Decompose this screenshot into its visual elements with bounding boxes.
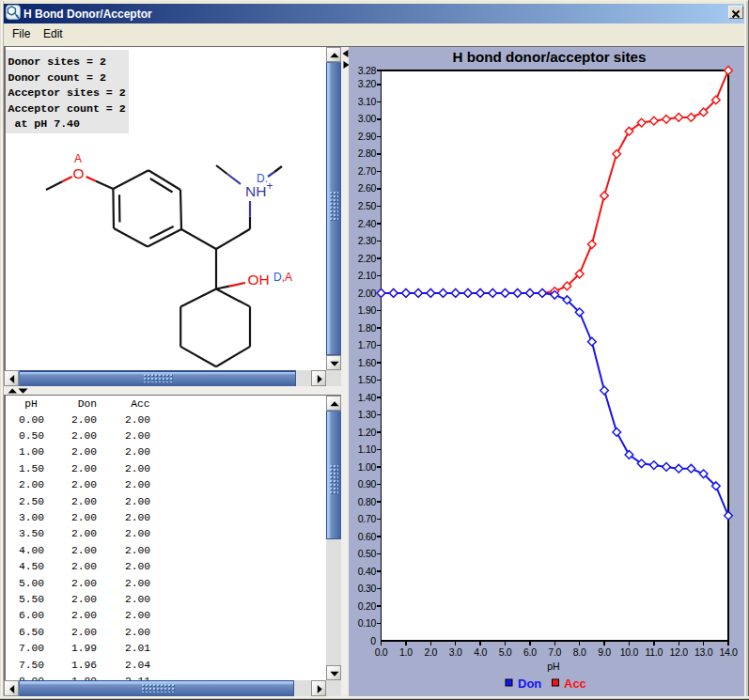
svg-text:3.28: 3.28 [358,65,377,76]
svg-text:pH: pH [547,661,559,672]
svg-text:3.0: 3.0 [449,646,462,658]
svg-text:NH: NH [245,183,266,199]
svg-text:2.30: 2.30 [358,235,377,246]
svg-text:1.00: 1.00 [358,461,377,473]
svg-text:2.00: 2.00 [358,288,377,299]
svg-text:1.10: 1.10 [358,443,377,455]
svg-text:2.0: 2.0 [424,646,437,658]
svg-text:2.70: 2.70 [358,165,377,177]
svg-text:1.50: 1.50 [358,374,377,385]
svg-text:D,A: D,A [273,271,292,284]
svg-text:H bond donor/acceptor sites: H bond donor/acceptor sites [453,49,647,65]
svg-text:13.0: 13.0 [694,646,713,658]
svg-text:3.10: 3.10 [358,96,377,107]
svg-text:1.0: 1.0 [399,646,413,658]
svg-text:10.0: 10.0 [620,646,639,658]
svg-text:0.10: 0.10 [358,617,377,629]
svg-text:0.60: 0.60 [358,531,377,542]
svg-text:3.20: 3.20 [358,78,377,89]
svg-text:1.90: 1.90 [358,304,377,316]
svg-text:7.0: 7.0 [548,646,561,658]
svg-text:1.80: 1.80 [358,322,377,334]
svg-text:2.10: 2.10 [358,270,377,281]
svg-text:+: + [266,179,273,193]
svg-text:0.0: 0.0 [375,646,388,658]
svg-text:11.0: 11.0 [646,646,663,658]
svg-text:0.50: 0.50 [358,548,377,559]
svg-text:3.00: 3.00 [358,113,377,124]
svg-text:OH: OH [248,272,270,288]
svg-text:1.30: 1.30 [358,409,377,420]
svg-text:2.60: 2.60 [358,182,377,194]
svg-text:0.30: 0.30 [358,583,377,594]
svg-text:2.90: 2.90 [358,131,377,142]
svg-text:Acc: Acc [564,677,586,691]
svg-text:0.20: 0.20 [358,600,377,612]
svg-text:1.60: 1.60 [358,357,377,368]
svg-text:1.70: 1.70 [358,339,377,350]
svg-text:4.0: 4.0 [474,646,487,658]
svg-text:0.40: 0.40 [358,566,377,577]
svg-text:1.40: 1.40 [358,392,377,403]
svg-text:2.20: 2.20 [358,253,377,264]
svg-text:1.20: 1.20 [358,427,377,438]
svg-text:0.80: 0.80 [358,496,377,507]
svg-text:2.40: 2.40 [358,218,377,229]
svg-text:A: A [74,152,82,165]
svg-text:14.0: 14.0 [719,646,738,658]
svg-text:9.0: 9.0 [598,646,611,658]
svg-text:0: 0 [370,635,376,646]
svg-text:2.50: 2.50 [358,200,377,211]
svg-text:5.0: 5.0 [499,646,512,658]
svg-text:12.0: 12.0 [670,646,689,658]
svg-text:Don: Don [518,677,541,691]
svg-text:8.0: 8.0 [573,646,586,658]
svg-text:O: O [72,165,84,181]
svg-text:0.70: 0.70 [358,513,377,524]
svg-text:6.0: 6.0 [523,646,537,658]
svg-text:2.80: 2.80 [358,148,377,159]
svg-text:0.90: 0.90 [358,478,377,490]
